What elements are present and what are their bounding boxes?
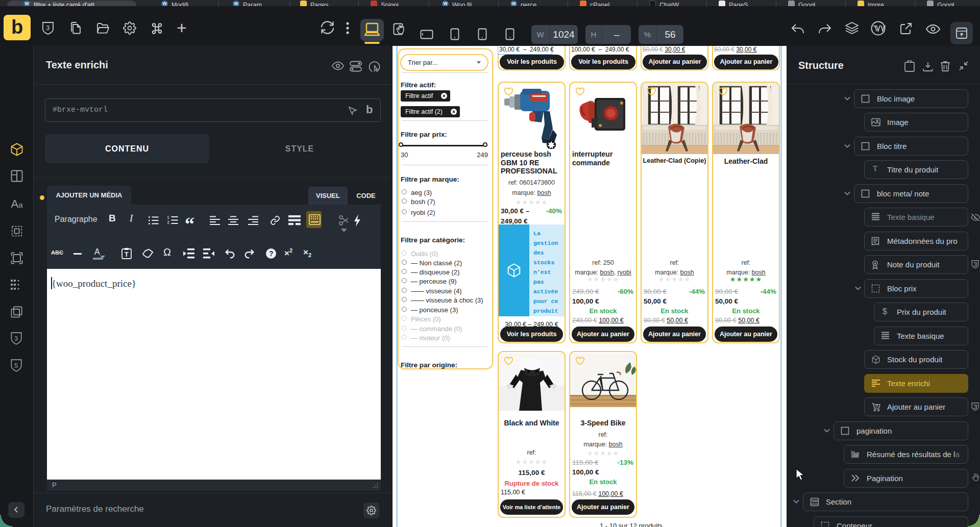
svg-text:?: ? xyxy=(269,249,274,258)
svg-text:3: 3 xyxy=(46,24,50,32)
svg-text:1: 1 xyxy=(167,215,169,220)
svg-text:T: T xyxy=(125,251,129,258)
svg-text:5: 5 xyxy=(14,362,18,369)
svg-text:3: 3 xyxy=(14,335,18,342)
svg-text:2: 2 xyxy=(167,220,169,225)
